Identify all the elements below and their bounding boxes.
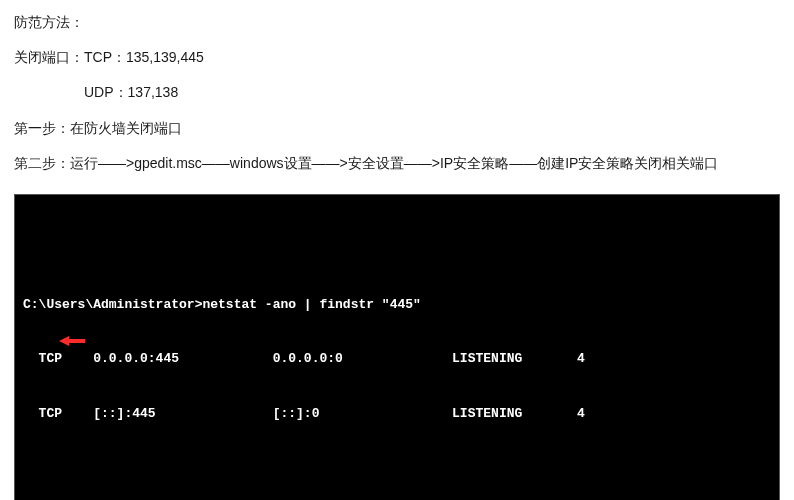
terminal-group: C:\Users\Administrator>netstat -ano | fi…	[23, 260, 771, 478]
text-line-5: 第二步：运行——>gpedit.msc——windows设置——>安全设置——>…	[14, 151, 780, 176]
text-line-4: 第一步：在防火墙关闭端口	[14, 116, 780, 141]
text-line-3: UDP：137,138	[14, 80, 780, 105]
terminal-command: C:\Users\Administrator>netstat -ano | fi…	[23, 296, 771, 314]
terminal-output-row: TCP 0.0.0.0:445 0.0.0.0:0 LISTENING 4	[23, 350, 771, 368]
svg-marker-0	[59, 336, 85, 346]
text-line-2: 关闭端口：TCP：135,139,445	[14, 45, 780, 70]
terminal-screenshot: C:\Users\Administrator>netstat -ano | fi…	[14, 194, 780, 500]
text-line-1: 防范方法：	[14, 10, 780, 35]
instruction-text: 防范方法： 关闭端口：TCP：135,139,445 UDP：137,138 第…	[14, 10, 780, 176]
terminal-output-row: TCP [::]:445 [::]:0 LISTENING 4	[23, 405, 771, 423]
